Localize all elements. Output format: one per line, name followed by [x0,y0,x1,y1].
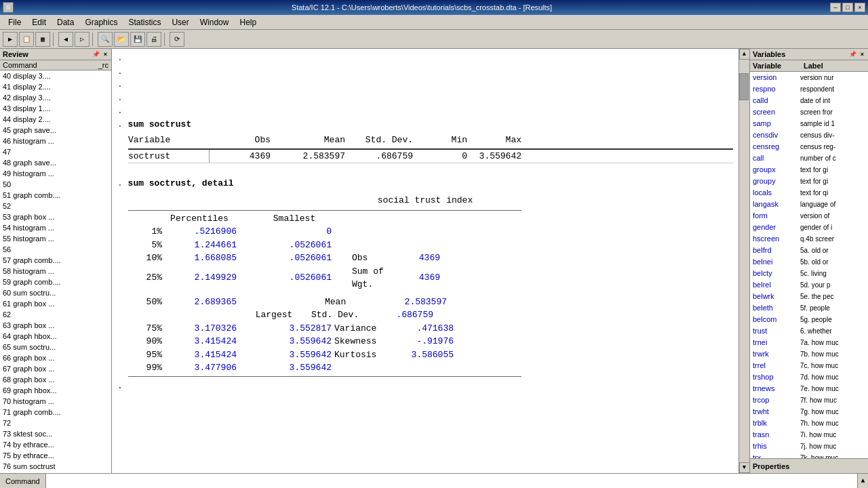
scroll-up-btn[interactable]: ▲ [739,49,750,60]
minimize-button[interactable]: – [830,3,841,12]
review-item[interactable]: 56 [0,244,111,255]
review-item[interactable]: 70 histogram ... [0,396,111,407]
toolbar-btn-10[interactable]: ⟳ [170,32,184,47]
toolbar-btn-5[interactable]: ▷ [75,32,90,47]
toolbar-btn-8[interactable]: 💾 [130,32,145,47]
var-item[interactable]: langasklanguage of [750,199,868,210]
review-item[interactable]: 66 graph box ... [0,352,111,363]
review-item[interactable]: 73 sktest soc... [0,428,111,439]
var-item[interactable]: trasn7i. how muc [750,429,868,441]
menu-file[interactable]: File [3,16,26,28]
var-item[interactable]: trrel7c. how muc [750,360,868,371]
toolbar-btn-4[interactable]: ◀ [58,32,73,47]
review-item[interactable]: 74 by ethrace... [0,439,111,450]
review-item[interactable]: 69 graph hbox... [0,385,111,396]
var-item[interactable]: localstext for qi [750,187,868,199]
toolbar-btn-6[interactable]: 🔍 [98,32,113,47]
review-item[interactable]: 67 graph box ... [0,363,111,374]
review-item[interactable]: 62 [0,309,111,320]
review-item[interactable]: 42 display 3.... [0,92,111,103]
review-item[interactable]: 43 display 1.... [0,103,111,114]
toolbar-btn-9[interactable]: 🖨 [146,32,161,47]
review-item[interactable]: 60 sum soctru... [0,287,111,298]
review-item[interactable]: 53 graph box ... [0,211,111,222]
var-item[interactable]: censregcensus reg- [750,141,868,152]
review-item[interactable]: 46 histogram ... [0,136,111,146]
var-item[interactable]: belwrk5e. the pec [750,291,868,302]
var-item[interactable]: trblk7h. how muc [750,418,868,429]
review-item[interactable]: 57 graph comb.... [0,255,111,266]
review-item[interactable]: 47 [0,146,111,157]
review-item[interactable]: 71 graph comb.... [0,407,111,418]
var-item[interactable]: trcop7f. how muc [750,394,868,406]
menu-help[interactable]: Help [234,16,262,28]
review-item[interactable]: 45 graph save... [0,125,111,136]
review-item[interactable]: 49 histogram ... [0,168,111,179]
var-item[interactable]: trx7k. how muc [750,452,868,458]
review-item[interactable]: 76 sum soctrust [0,461,111,472]
command-scroll-btn[interactable]: ▲ [857,474,868,488]
var-item[interactable]: gendergender of i [750,222,868,233]
command-input[interactable] [46,474,857,488]
review-item[interactable]: 61 graph box ... [0,298,111,309]
review-item[interactable]: 40 display 3.... [0,70,111,81]
review-item[interactable]: 68 graph box ... [0,374,111,385]
variables-list[interactable]: versionversion nurrespnorespondentcalldd… [750,72,868,458]
var-item[interactable]: belcom5g. people [750,314,868,325]
var-item[interactable]: screenscreen fror [750,106,868,118]
toolbar-btn-7[interactable]: 📂 [114,32,129,47]
var-item[interactable]: formversion of [750,210,868,222]
review-close-btn[interactable]: × [102,51,108,58]
var-item[interactable]: callddate of int [750,95,868,106]
review-item[interactable]: 54 histogram ... [0,222,111,233]
toolbar-btn-1[interactable]: ▶ [3,32,18,47]
review-item[interactable]: 63 graph box ... [0,320,111,331]
menu-graphics[interactable]: Graphics [79,16,123,28]
var-item[interactable]: trshop7d. how muc [750,371,868,383]
var-item[interactable]: beleth5f. people [750,302,868,314]
var-item[interactable]: groupxtext for gi [750,164,868,176]
var-item[interactable]: belfrd5a. old or [750,245,868,256]
var-item[interactable]: belnei5b. old or [750,256,868,268]
var-item[interactable]: trust6. whether [750,325,868,337]
review-list[interactable]: 40 display 3....41 display 2....42 displ… [0,70,111,473]
menu-window[interactable]: Window [195,16,235,28]
review-item[interactable]: 72 [0,418,111,428]
results-scrollbar[interactable]: ▲ ▼ [738,49,749,473]
var-item[interactable]: trnei7a. how muc [750,337,868,348]
review-item[interactable]: 55 histogram ... [0,233,111,244]
var-item[interactable]: sampsample id 1 [750,118,868,129]
review-item[interactable]: 64 graph hbox... [0,331,111,342]
var-item[interactable]: censdivcensus div- [750,129,868,141]
variables-close-btn[interactable]: × [859,51,865,58]
review-item[interactable]: 41 display 2.... [0,81,111,92]
review-item[interactable]: 48 graph save... [0,157,111,168]
variables-pin-btn[interactable]: 📌 [848,51,858,58]
var-item[interactable]: respnorespondent [750,83,868,95]
review-item[interactable]: 51 graph comb.... [0,190,111,201]
toolbar-btn-2[interactable]: 📋 [19,32,34,47]
review-item[interactable]: 77 sum soctru... [0,472,111,473]
menu-statistics[interactable]: Statistics [123,16,166,28]
maximize-button[interactable]: □ [842,3,853,12]
menu-edit[interactable]: Edit [26,16,52,28]
review-item[interactable]: 59 graph comb.... [0,277,111,287]
review-pin-btn[interactable]: 📌 [91,51,101,58]
review-item[interactable]: 75 by ethrace... [0,450,111,461]
var-item[interactable]: trwrk7b. how muc [750,348,868,360]
menu-user[interactable]: User [166,16,194,28]
var-item[interactable]: callnumber of c [750,152,868,164]
var-item[interactable]: belcty5c. living [750,268,868,279]
review-item[interactable]: 50 [0,179,111,190]
var-item[interactable]: groupytext for gi [750,176,868,187]
var-item[interactable]: belrel5d. your p [750,279,868,291]
review-item[interactable]: 44 display 2.... [0,114,111,125]
var-item[interactable]: trnews7e. how muc [750,383,868,394]
var-item[interactable]: trhis7j. how muc [750,441,868,452]
scroll-thumb[interactable] [739,73,749,100]
review-item[interactable]: 52 [0,201,111,211]
menu-data[interactable]: Data [52,16,79,28]
review-item[interactable]: 58 histogram ... [0,266,111,277]
var-item[interactable]: trwht7g. how muc [750,406,868,418]
review-item[interactable]: 65 sum soctru... [0,342,111,352]
